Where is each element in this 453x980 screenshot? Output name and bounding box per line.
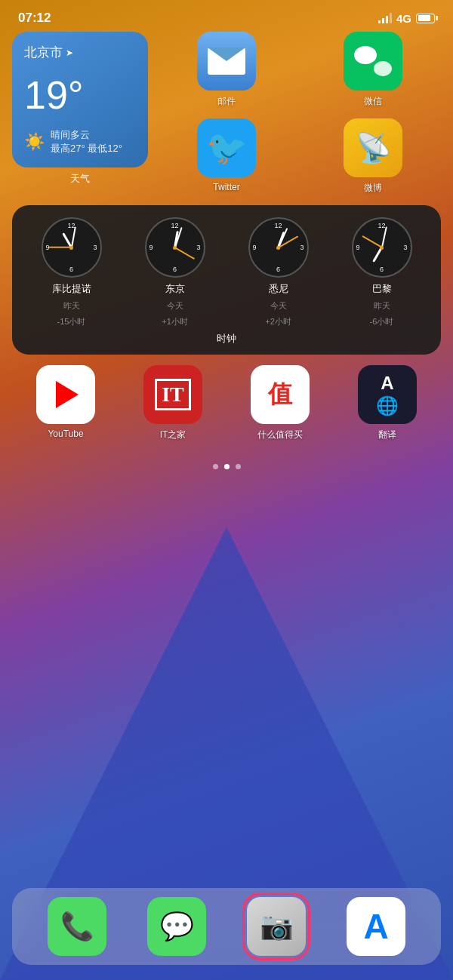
weather-city: 北京市 bbox=[24, 44, 136, 61]
app-translate[interactable]: A 🌐 翻译 bbox=[358, 365, 417, 441]
ithome-label: IT之家 bbox=[160, 429, 186, 441]
dock-camera[interactable]: 📷 bbox=[247, 897, 306, 956]
phone-icon: 📞 bbox=[48, 897, 106, 956]
smzdm-char-icon: 值 bbox=[268, 378, 292, 411]
weather-temp: 19° bbox=[24, 75, 136, 115]
wechat-bubbles-icon bbox=[354, 46, 392, 76]
clock-offset-sydney: +2小时 bbox=[265, 316, 291, 327]
twitter-icon: 🐦 bbox=[197, 118, 256, 177]
clock-offset-paris: -6小时 bbox=[370, 316, 394, 327]
twitter-bird-icon: 🐦 bbox=[206, 128, 248, 167]
center-dot bbox=[173, 246, 177, 250]
weather-sun-icon: ☀️ bbox=[24, 132, 45, 152]
app-smzdm[interactable]: 值 什么值得买 bbox=[251, 365, 310, 441]
youtube-icon bbox=[36, 365, 95, 424]
home-screen-content: 北京市 19° ☀️ 晴间多云 最高27° 最低12° 天气 邮件 bbox=[0, 32, 453, 469]
weather-range: 最高27° 最低12° bbox=[51, 142, 122, 155]
analog-clock-cupertino: 12 3 6 9 bbox=[42, 217, 102, 278]
clock-sydney: 12 3 6 9 悉尼 今天 +2小时 bbox=[248, 217, 309, 327]
weibo-logo-icon: 📡 bbox=[356, 131, 391, 164]
app-youtube[interactable]: YouTube bbox=[36, 365, 95, 441]
clock-city-tokyo: 东京 bbox=[165, 282, 185, 296]
mail-icon bbox=[197, 32, 256, 91]
twitter-label: Twitter bbox=[213, 182, 239, 192]
dock-appstore[interactable]: A bbox=[347, 897, 405, 956]
clock-cupertino: 12 3 6 9 库比提诺 昨天 -15小时 bbox=[42, 217, 102, 327]
clock-tokyo: 12 3 6 9 东京 今天 +1小时 bbox=[145, 217, 205, 327]
time: 07:12 bbox=[18, 11, 51, 26]
appstore-a-icon: A bbox=[363, 906, 388, 947]
status-bar: 07:12 4G bbox=[0, 0, 453, 32]
mail-label: 邮件 bbox=[217, 95, 236, 108]
app-mail[interactable]: 邮件 bbox=[159, 32, 294, 108]
battery-icon bbox=[416, 14, 435, 23]
app-row: YouTube IT IT之家 值 什么值得买 A 🌐 翻译 bbox=[12, 365, 441, 441]
clock-widget-label: 时钟 bbox=[20, 332, 433, 346]
analog-clock-sydney: 12 3 6 9 bbox=[248, 217, 309, 278]
wechat-icon bbox=[344, 32, 402, 91]
ithome-icon: IT bbox=[143, 365, 202, 424]
smzdm-label: 什么值得买 bbox=[257, 429, 303, 441]
center-dot bbox=[380, 246, 384, 250]
second-hand bbox=[49, 247, 72, 248]
camera-symbol-icon: 📷 bbox=[260, 911, 294, 942]
weather-detail: ☀️ 晴间多云 最高27° 最低12° bbox=[24, 128, 136, 155]
clock-clocks: 12 3 6 9 库比提诺 昨天 -15小时 12 3 6 bbox=[20, 217, 433, 327]
smzdm-icon: 值 bbox=[251, 365, 310, 424]
weather-widget-item: 北京市 19° ☀️ 晴间多云 最高27° 最低12° 天气 bbox=[12, 32, 148, 195]
wechat-label: 微信 bbox=[364, 95, 382, 108]
center-dot bbox=[69, 246, 73, 250]
weather-label: 天气 bbox=[12, 172, 148, 186]
app-twitter[interactable]: 🐦 Twitter bbox=[159, 118, 294, 195]
clock-day-paris: 昨天 bbox=[374, 300, 390, 312]
clock-city-cupertino: 库比提诺 bbox=[52, 282, 91, 296]
translate-label: 翻译 bbox=[378, 429, 396, 441]
clock-city-sydney: 悉尼 bbox=[269, 282, 288, 296]
mail-envelope-icon bbox=[208, 48, 245, 75]
analog-clock-tokyo: 12 3 6 9 bbox=[145, 217, 205, 278]
top-row: 北京市 19° ☀️ 晴间多云 最高27° 最低12° 天气 邮件 bbox=[12, 32, 441, 195]
clock-offset-cupertino: -15小时 bbox=[57, 316, 86, 327]
page-dot-1[interactable] bbox=[213, 464, 218, 469]
weather-desc: 晴间多云 bbox=[51, 128, 122, 142]
dock-messages[interactable]: 💬 bbox=[147, 897, 206, 956]
messages-icon: 💬 bbox=[147, 897, 206, 956]
page-dot-3[interactable] bbox=[236, 464, 241, 469]
second-hand bbox=[174, 247, 195, 259]
weather-widget[interactable]: 北京市 19° ☀️ 晴间多云 最高27° 最低12° bbox=[12, 32, 148, 167]
clock-day-tokyo: 今天 bbox=[167, 300, 183, 312]
ithome-text-icon: IT bbox=[155, 379, 191, 410]
translate-content-icon: A 🌐 bbox=[376, 373, 399, 416]
network-type: 4G bbox=[396, 12, 411, 25]
status-right: 4G bbox=[378, 12, 435, 25]
minute-hand bbox=[71, 226, 76, 247]
clock-widget[interactable]: 12 3 6 9 库比提诺 昨天 -15小时 12 3 6 bbox=[12, 205, 441, 355]
app-wechat[interactable]: 微信 bbox=[305, 32, 441, 108]
analog-clock-paris: 12 3 6 9 bbox=[352, 217, 412, 278]
signal-icon bbox=[378, 13, 392, 23]
clock-offset-tokyo: +1小时 bbox=[162, 316, 188, 327]
clock-city-paris: 巴黎 bbox=[372, 282, 392, 296]
youtube-play-icon bbox=[56, 381, 79, 408]
messages-bubble-icon: 💬 bbox=[160, 911, 194, 942]
page-dot-2[interactable] bbox=[224, 464, 230, 469]
appstore-icon: A bbox=[347, 897, 405, 956]
top-right-apps: 邮件 微信 🐦 Twitter bbox=[159, 32, 441, 195]
clock-day-cupertino: 昨天 bbox=[63, 300, 80, 312]
dock-phone[interactable]: 📞 bbox=[48, 897, 106, 956]
page-dots bbox=[12, 464, 441, 469]
weibo-label: 微博 bbox=[364, 182, 382, 195]
youtube-label: YouTube bbox=[48, 429, 83, 439]
app-ithome[interactable]: IT IT之家 bbox=[143, 365, 202, 441]
weibo-icon: 📡 bbox=[344, 118, 402, 177]
phone-symbol-icon: 📞 bbox=[60, 911, 94, 942]
center-dot bbox=[276, 246, 280, 250]
clock-day-sydney: 今天 bbox=[270, 300, 287, 312]
camera-icon: 📷 bbox=[247, 897, 306, 956]
dock: 📞 💬 📷 A bbox=[12, 888, 441, 965]
second-hand bbox=[362, 235, 382, 247]
minute-hand bbox=[381, 226, 387, 247]
translate-icon: A 🌐 bbox=[358, 365, 417, 424]
clock-paris: 12 3 6 9 巴黎 昨天 -6小时 bbox=[352, 217, 412, 327]
app-weibo[interactable]: 📡 微博 bbox=[305, 118, 441, 195]
